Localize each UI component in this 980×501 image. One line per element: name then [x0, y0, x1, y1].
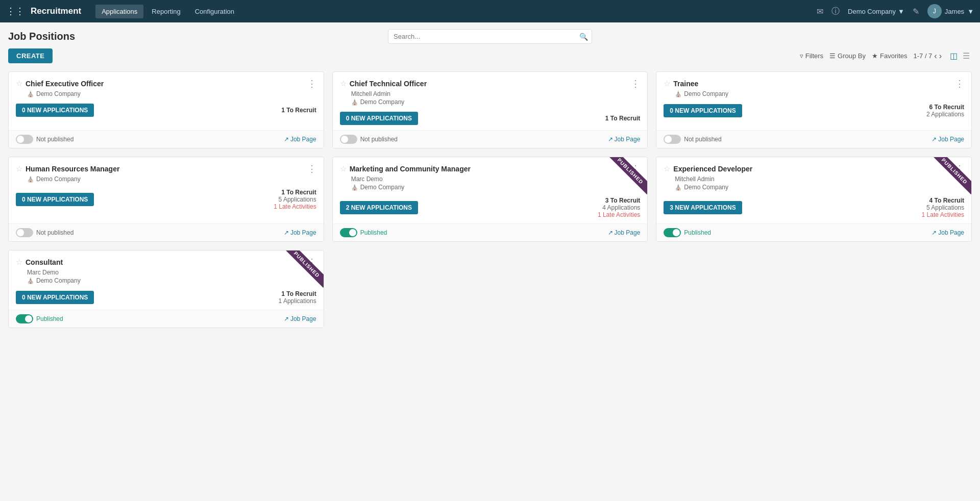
card-actions: 0 NEW APPLICATIONS 1 To Recruit [340, 112, 641, 125]
user-avatar: J [927, 4, 942, 18]
publish-toggle[interactable] [16, 228, 33, 237]
filters-button[interactable]: ▿ Filters [800, 52, 823, 60]
publish-toggle[interactable] [16, 135, 33, 144]
favorite-star-icon[interactable]: ☆ [16, 258, 22, 267]
job-page-link[interactable]: ↗ Job Page [608, 136, 641, 143]
to-recruit: 6 To Recruit [926, 104, 964, 111]
card-body: ☆ Trainee ⋮ ⛪ Demo Company 0 NEW APPLICA… [656, 72, 971, 130]
recruit-info: 4 To Recruit 5 Applications 1 Late Activ… [922, 197, 964, 218]
card-header-row: ☆ Chief Technical Officer ⋮ [340, 79, 641, 88]
card-menu-icon[interactable]: ⋮ [307, 79, 316, 88]
new-applications-button[interactable]: 2 NEW APPLICATIONS [340, 201, 418, 214]
nav-item-reporting[interactable]: Reporting [145, 5, 186, 18]
applications-count: 1 Applications [279, 297, 316, 305]
card-body: ☆ Marketing and Community Manager ⋮ Marc… [333, 157, 648, 223]
job-page-link[interactable]: ↗ Job Page [932, 229, 964, 236]
new-applications-button[interactable]: 3 NEW APPLICATIONS [664, 201, 742, 214]
card-menu-icon[interactable]: ⋮ [307, 164, 316, 173]
card-menu-icon[interactable]: ⋮ [955, 164, 964, 173]
new-applications-button[interactable]: 0 NEW APPLICATIONS [16, 193, 94, 206]
group-by-button[interactable]: ☰ Group By [829, 52, 866, 60]
favorite-star-icon[interactable]: ☆ [16, 79, 22, 88]
publish-toggle-wrap: Not published [16, 135, 74, 144]
favorite-star-icon[interactable]: ☆ [340, 79, 347, 88]
company-name: Demo Company [36, 176, 81, 183]
job-card: PUBLISHED ☆ Consultant ⋮ Marc Demo ⛪ Dem… [8, 250, 324, 328]
building-icon: ⛪ [351, 99, 358, 106]
card-company: ⛪ Demo Company [16, 176, 316, 183]
job-page-link[interactable]: ↗ Job Page [284, 315, 316, 322]
card-header-row: ☆ Human Resources Manager ⋮ [16, 164, 316, 173]
card-company: ⛪ Demo Company [340, 184, 641, 191]
external-link-icon: ↗ [608, 229, 613, 236]
publish-toggle[interactable] [340, 135, 357, 144]
publish-toggle-wrap: Published [340, 228, 387, 237]
card-company: ⛪ Demo Company [16, 277, 316, 284]
job-page-link[interactable]: ↗ Job Page [284, 229, 316, 236]
card-responsible: Marc Demo [16, 269, 316, 276]
favorite-star-icon[interactable]: ☆ [16, 164, 22, 173]
card-body: ☆ Consultant ⋮ Marc Demo ⛪ Demo Company … [9, 251, 324, 310]
company-selector[interactable]: Demo Company ▼ [848, 8, 904, 15]
publish-label: Published [360, 229, 387, 236]
applications-count: 5 Applications [274, 196, 316, 203]
card-footer: Not published ↗ Job Page [9, 223, 324, 241]
card-title: Trainee [673, 80, 698, 88]
kanban-view-button[interactable]: ◫ [948, 50, 960, 62]
publish-toggle[interactable] [664, 135, 681, 144]
user-name: James [945, 8, 964, 15]
card-title: Human Resources Manager [26, 165, 119, 173]
favorite-star-icon[interactable]: ☆ [664, 164, 670, 173]
card-menu-icon[interactable]: ⋮ [955, 79, 964, 88]
new-applications-button[interactable]: 0 NEW APPLICATIONS [16, 291, 94, 304]
job-card: PUBLISHED ☆ Experienced Developer ⋮ Mitc… [656, 157, 972, 242]
favorites-button[interactable]: ★ Favorites [872, 52, 907, 60]
card-footer: Not published ↗ Job Page [656, 130, 971, 148]
pagination-range: 1-7 / 7 [913, 52, 932, 60]
card-menu-icon[interactable]: ⋮ [307, 258, 316, 267]
card-header-row: ☆ Trainee ⋮ [664, 79, 964, 88]
chat-icon[interactable]: ✉ [817, 7, 823, 16]
to-recruit: 1 To Recruit [605, 115, 640, 122]
pagination: 1-7 / 7 ‹ › [913, 52, 942, 61]
card-responsible: Mitchell Admin [340, 90, 641, 97]
recruit-info: 6 To Recruit 2 Applications [926, 104, 964, 118]
job-page-link[interactable]: ↗ Job Page [284, 136, 316, 143]
to-recruit: 3 To Recruit [598, 197, 640, 204]
new-applications-button[interactable]: 0 NEW APPLICATIONS [16, 104, 94, 117]
favorite-star-icon[interactable]: ☆ [340, 164, 347, 173]
job-page-link[interactable]: ↗ Job Page [608, 229, 641, 236]
new-applications-button[interactable]: 0 NEW APPLICATIONS [340, 112, 418, 125]
card-body: ☆ Chief Executive Officer ⋮ ⛪ Demo Compa… [9, 72, 324, 130]
toggle-knob [17, 229, 24, 236]
user-menu[interactable]: J James ▼ [927, 4, 974, 18]
list-view-button[interactable]: ☰ [961, 50, 972, 62]
top-navigation: ⋮⋮ Recruitment Applications Reporting Co… [0, 0, 980, 22]
card-title: Marketing and Community Manager [350, 165, 471, 173]
tools-icon[interactable]: ✎ [913, 7, 919, 16]
star-icon: ★ [872, 52, 878, 60]
publish-toggle[interactable] [16, 314, 33, 323]
card-title-wrap: ☆ Experienced Developer [664, 164, 752, 173]
nav-item-applications[interactable]: Applications [95, 5, 143, 18]
recruit-info: 1 To Recruit [281, 107, 316, 114]
company-name: Demo Company [360, 98, 405, 106]
pagination-prev[interactable]: ‹ [934, 52, 937, 61]
apps-grid-icon[interactable]: ⋮⋮ [6, 6, 24, 17]
applications-count: 5 Applications [922, 204, 964, 211]
favorite-star-icon[interactable]: ☆ [664, 79, 670, 88]
job-page-link[interactable]: ↗ Job Page [932, 136, 964, 143]
help-icon[interactable]: ⓘ [831, 6, 840, 17]
search-input[interactable] [388, 29, 592, 44]
nav-item-configuration[interactable]: Configuration [189, 5, 240, 18]
card-menu-icon[interactable]: ⋮ [631, 164, 640, 173]
card-body: ☆ Chief Technical Officer ⋮ Mitchell Adm… [333, 72, 648, 130]
pagination-next[interactable]: › [939, 52, 942, 61]
create-button[interactable]: CREATE [8, 48, 53, 63]
publish-toggle[interactable] [664, 228, 681, 237]
late-activities: 1 Late Activities [922, 211, 964, 218]
publish-toggle[interactable] [340, 228, 357, 237]
card-menu-icon[interactable]: ⋮ [631, 79, 640, 88]
building-icon: ⛪ [675, 184, 682, 191]
new-applications-button[interactable]: 0 NEW APPLICATIONS [664, 104, 742, 117]
